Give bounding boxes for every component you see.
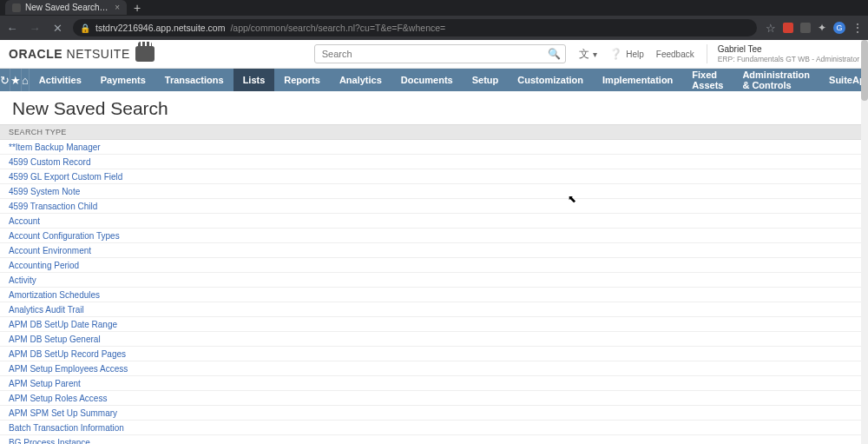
nav-item-setup[interactable]: Setup <box>463 69 509 91</box>
extensions-button[interactable]: ✦ <box>818 22 826 34</box>
feedback-link[interactable]: Feedback <box>656 50 694 59</box>
nav-item-implementation[interactable]: Implementation <box>593 69 682 91</box>
nav-item-administration-controls[interactable]: Administration & Controls <box>733 69 819 91</box>
bookmark-star-icon[interactable]: ☆ <box>766 22 776 35</box>
nav-forward-button[interactable]: → <box>28 22 42 35</box>
search-type-row[interactable]: APM DB SetUp Record Pages <box>0 347 868 361</box>
extension-area: ☆ ✦ G ⋮ <box>766 22 863 35</box>
search-type-row[interactable]: BG Process Instance <box>0 435 868 444</box>
browser-tab[interactable]: New Saved Search - NetSuite (t × <box>5 0 127 15</box>
netsuite-page: ORACLE NETSUITE 🔍 文▾ ❔Help Feedback Gabr… <box>0 40 868 444</box>
nav-item-documents[interactable]: Documents <box>391 69 463 91</box>
lock-icon: 🔒 <box>80 23 90 33</box>
user-role: ERP: Fundamentals GT WB - Administrator <box>718 55 859 63</box>
logo-oracle-text: ORACLE <box>9 47 62 61</box>
storefront-icon <box>135 46 155 62</box>
feedback-label: Feedback <box>656 50 694 59</box>
scrollbar-track[interactable] <box>861 40 868 444</box>
help-link[interactable]: ❔Help <box>609 48 644 60</box>
nav-item-transactions[interactable]: Transactions <box>155 69 233 91</box>
nav-item-customization[interactable]: Customization <box>508 69 593 91</box>
nav-item-analytics[interactable]: Analytics <box>330 69 391 91</box>
search-type-row[interactable]: Activity <box>0 273 868 288</box>
browser-tabstrip: New Saved Search - NetSuite (t × + <box>0 0 868 15</box>
netsuite-logo[interactable]: ORACLE NETSUITE <box>9 46 155 62</box>
scrollbar-thumb[interactable] <box>861 40 868 101</box>
url-path: /app/common/search/search.nl?cu=T&e=F&wh… <box>230 23 445 33</box>
search-type-row[interactable]: 4599 Custom Record <box>0 155 868 169</box>
search-type-row[interactable]: Account Configuration Types <box>0 229 868 243</box>
logo-netsuite-text: NETSUITE <box>67 47 130 61</box>
globe-icon: 文 <box>579 47 589 62</box>
search-type-row[interactable]: APM Setup Roles Access <box>0 391 868 406</box>
search-type-row[interactable]: Account Environment <box>0 243 868 258</box>
search-type-row[interactable]: Accounting Period <box>0 258 868 273</box>
search-type-row[interactable]: APM DB Setup General <box>0 332 868 347</box>
search-type-row[interactable]: 4599 Transaction Child <box>0 199 868 214</box>
main-nav: ↻ ★ ⌂ ActivitiesPaymentsTransactionsList… <box>0 69 868 91</box>
search-type-row[interactable]: APM Setup Employees Access <box>0 361 868 376</box>
list-header: SEARCH TYPE <box>0 124 868 140</box>
search-type-row[interactable]: Batch Transaction Information <box>0 421 868 435</box>
nav-back-button[interactable]: ← <box>5 22 19 35</box>
new-tab-button[interactable]: + <box>134 1 141 15</box>
nav-recent-icon[interactable]: ↻ <box>0 69 10 91</box>
help-icon: ❔ <box>609 48 622 60</box>
search-type-row[interactable]: **Item Backup Manager <box>0 140 868 155</box>
search-type-row[interactable]: APM DB SetUp Date Range <box>0 317 868 332</box>
nav-stop-button[interactable]: ✕ <box>50 22 64 35</box>
netsuite-header: ORACLE NETSUITE 🔍 文▾ ❔Help Feedback Gabr… <box>0 40 868 69</box>
search-type-row[interactable]: Account <box>0 214 868 229</box>
search-type-row[interactable]: APM SPM Set Up Summary <box>0 406 868 421</box>
search-type-row[interactable]: Analytics Audit Trail <box>0 302 868 317</box>
nav-item-payments[interactable]: Payments <box>91 69 155 91</box>
url-host: tstdrv2216946.app.netsuite.com <box>95 23 225 33</box>
search-type-row[interactable]: 4599 System Note <box>0 184 868 199</box>
address-bar[interactable]: 🔒 tstdrv2216946.app.netsuite.com/app/com… <box>73 19 757 36</box>
help-label: Help <box>626 50 644 59</box>
search-icon[interactable]: 🔍 <box>548 48 561 60</box>
search-type-row[interactable]: APM Setup Parent <box>0 376 868 391</box>
tab-close-icon[interactable]: × <box>115 3 120 12</box>
search-type-row[interactable]: Amortization Schedules <box>0 288 868 302</box>
browser-toolbar: ← → ✕ 🔒 tstdrv2216946.app.netsuite.com/a… <box>0 16 868 40</box>
user-name: Gabriel Tee <box>718 44 859 55</box>
extension-icon-2[interactable] <box>800 23 811 33</box>
nav-item-activities[interactable]: Activities <box>30 69 91 91</box>
global-search-input[interactable] <box>314 44 566 63</box>
nav-favorites-icon[interactable]: ★ <box>10 69 22 91</box>
language-button[interactable]: 文▾ <box>579 47 597 62</box>
nav-item-lists[interactable]: Lists <box>233 69 275 91</box>
browser-menu-button[interactable]: ⋮ <box>852 22 863 34</box>
search-type-row[interactable]: 4599 GL Export Custom Field <box>0 169 868 184</box>
extension-icon-1[interactable] <box>783 23 793 33</box>
nav-item-reports[interactable]: Reports <box>274 69 330 91</box>
user-menu[interactable]: Gabriel Tee ERP: Fundamentals GT WB - Ad… <box>707 44 859 63</box>
tab-favicon <box>12 3 21 12</box>
nav-home-icon[interactable]: ⌂ <box>22 69 30 91</box>
nav-item-fixed-assets[interactable]: Fixed Assets <box>682 69 733 91</box>
profile-avatar[interactable]: G <box>833 22 845 34</box>
page-title: New Saved Search <box>0 91 868 124</box>
tab-title: New Saved Search - NetSuite (t <box>25 3 109 12</box>
